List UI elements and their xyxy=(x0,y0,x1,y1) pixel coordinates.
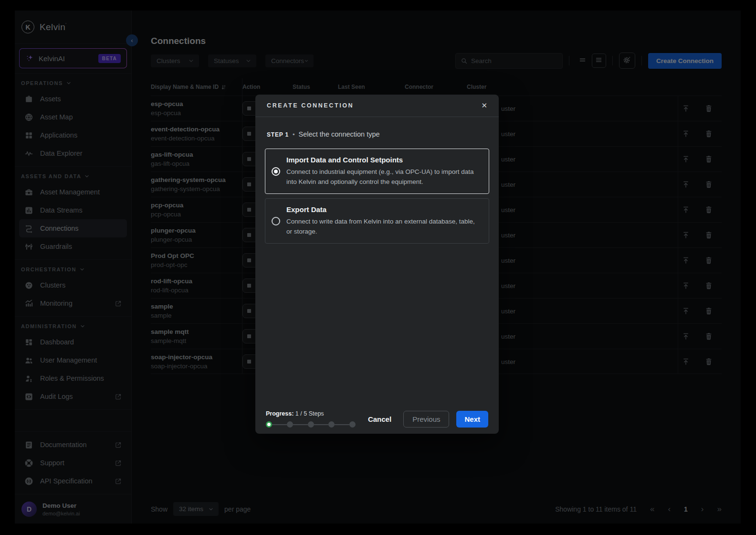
progress-step-2 xyxy=(287,421,293,428)
progress-step-5 xyxy=(349,421,356,428)
connection-type-options: Import Data and Control Setpoints Connec… xyxy=(265,149,489,244)
modal-header: CREATE CONNECTION ✕ xyxy=(255,95,499,117)
modal-title: CREATE CONNECTION xyxy=(267,102,354,109)
option-title: Import Data and Control Setpoints xyxy=(286,156,481,164)
option-title: Export Data xyxy=(286,205,481,214)
step-bullet: • xyxy=(293,131,295,138)
progress-steps xyxy=(266,421,356,428)
modal-buttons: Cancel Previous Next xyxy=(363,411,488,428)
next-button[interactable]: Next xyxy=(456,411,488,428)
progress-label: Progress: 1 / 5 Steps xyxy=(266,410,356,417)
progress-block: Progress: 1 / 5 Steps xyxy=(266,410,356,428)
progress-connector xyxy=(293,424,308,425)
progress-connector xyxy=(314,424,329,425)
progress-step-1 xyxy=(266,421,272,428)
option-description: Connect to write data from Kelvin into a… xyxy=(286,216,481,236)
step-indicator: STEP 1 • Select the connection type xyxy=(267,130,487,138)
modal-body: STEP 1 • Select the connection type Impo… xyxy=(255,117,499,410)
screen: K Kelvinʹ KelvinAI BETA OPERATIONS Asset… xyxy=(0,0,756,535)
progress-connector xyxy=(272,424,287,425)
radio-icon[interactable] xyxy=(272,217,280,225)
progress-step-4 xyxy=(328,421,335,428)
progress-step-3 xyxy=(308,421,314,428)
progress-connector xyxy=(335,424,349,425)
radio-icon[interactable] xyxy=(272,167,280,176)
create-connection-modal: CREATE CONNECTION ✕ STEP 1 • Select the … xyxy=(255,95,499,434)
connection-type-option-import-data-and-control-setpoints[interactable]: Import Data and Control Setpoints Connec… xyxy=(265,149,489,194)
step-label: STEP 1 xyxy=(267,131,289,138)
modal-footer: Progress: 1 / 5 Steps Cancel Previous Ne… xyxy=(255,410,499,434)
close-button[interactable]: ✕ xyxy=(481,101,487,110)
option-description: Connect to industrial equipment (e.g., v… xyxy=(286,167,481,187)
previous-button[interactable]: Previous xyxy=(403,411,449,428)
step-text: Select the connection type xyxy=(299,130,380,138)
close-icon: ✕ xyxy=(481,101,487,109)
connection-type-option-export-data[interactable]: Export Data Connect to write data from K… xyxy=(265,198,489,244)
cancel-button[interactable]: Cancel xyxy=(363,411,396,427)
